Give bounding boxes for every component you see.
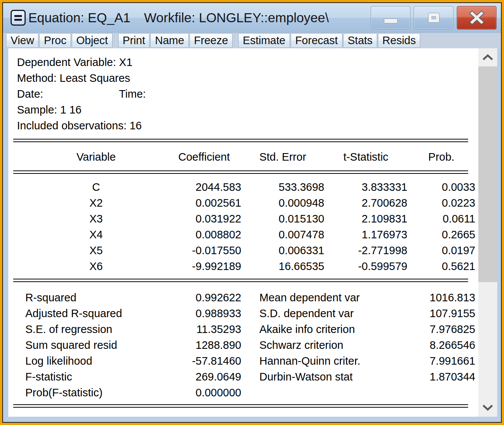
cell-std-error: 16.66535 — [241, 258, 324, 274]
toolbar-button-proc[interactable]: Proc — [39, 33, 71, 48]
title-workfile: Workfile: LONGLEY::employee\ — [144, 10, 329, 25]
scroll-down-button[interactable] — [478, 399, 497, 417]
close-button[interactable] — [457, 6, 496, 29]
summary-label-left: Adjusted R-squared — [25, 305, 146, 321]
summary-label-left: Log likelihood — [25, 353, 146, 369]
cell-coefficient: -9.992189 — [167, 258, 241, 274]
cell-std-error: 0.000948 — [241, 195, 324, 211]
toolbar-button-object[interactable]: Object — [72, 33, 113, 48]
cell-std-error: 533.3698 — [241, 179, 324, 195]
summary-label-left: Prob(F-statistic) — [25, 385, 146, 400]
summary-value-left: 11.35293 — [146, 321, 241, 337]
summary-value-left: 0.000000 — [146, 385, 241, 400]
date-label: Date: — [17, 86, 119, 102]
summary-value-right: 1016.813 — [388, 290, 475, 305]
content-area: Dependent Variable: X1 Method: Least Squ… — [8, 48, 497, 417]
toolbar-button-stats[interactable]: Stats — [343, 33, 377, 48]
menu-icon-bar — [14, 19, 22, 21]
summary-statistics: R-squared 0.992622 Mean dependent var 10… — [25, 290, 478, 400]
restore-icon — [428, 13, 439, 23]
time-label: Time: — [119, 86, 146, 102]
toolbar-separator — [235, 34, 236, 47]
method-line: Method: Least Squares — [8, 70, 478, 86]
observations-line: Included observations: 16 — [8, 118, 478, 133]
summary-label-right: S.D. dependent var — [241, 305, 388, 321]
summary-value-right: 7.976825 — [388, 321, 475, 337]
cell-prob: 0.2665 — [407, 227, 475, 242]
cell-t-statistic: 3.833331 — [324, 179, 407, 195]
double-rule — [13, 279, 468, 282]
toolbar-button-freeze[interactable]: Freeze — [190, 33, 233, 48]
dependent-variable-line: Dependent Variable: X1 — [8, 54, 478, 70]
toolbar-button-name[interactable]: Name — [150, 33, 188, 48]
regression-output: Dependent Variable: X1 Method: Least Squ… — [8, 48, 478, 417]
date-time-line: Date: Time: — [8, 86, 478, 102]
cell-variable: X2 — [25, 195, 167, 211]
cell-variable: X6 — [25, 258, 167, 274]
coef-table-header: Variable Coefficient Std. Error t-Statis… — [25, 149, 478, 165]
title-bar[interactable]: Equation: EQ_A1Workfile: LONGLEY::employ… — [3, 3, 501, 32]
cell-variable: X4 — [25, 227, 167, 242]
scrollbar-track[interactable] — [478, 282, 497, 399]
toolbar-button-resids[interactable]: Resids — [378, 33, 421, 48]
vertical-scrollbar[interactable] — [478, 48, 497, 417]
cell-prob: 0.5621 — [407, 258, 475, 274]
summary-value-left: -57.81460 — [146, 353, 241, 369]
minimize-button[interactable] — [371, 6, 410, 29]
cell-t-statistic: 2.109831 — [324, 211, 407, 227]
summary-label-right: Durbin-Watson stat — [241, 369, 388, 385]
toolbar-button-view[interactable]: View — [6, 33, 39, 48]
cell-prob: 0.0033 — [407, 179, 475, 195]
summary-value-left: 269.0649 — [146, 369, 241, 385]
window-frame: Equation: EQ_A1Workfile: LONGLEY::employ… — [2, 2, 502, 423]
toolbar-button-print[interactable]: Print — [118, 33, 150, 48]
cell-coefficient: 0.002561 — [167, 195, 241, 211]
minimize-icon — [384, 18, 398, 23]
restore-button[interactable] — [414, 6, 453, 29]
toolbar-button-forecast[interactable]: Forecast — [291, 33, 342, 48]
column-header-prob: Prob. — [407, 149, 475, 165]
title-equation: Equation: EQ_A1 — [28, 10, 130, 25]
restore-icon-hole — [432, 16, 436, 19]
close-icon — [467, 9, 486, 26]
column-header-variable: Variable — [25, 149, 167, 165]
content-area-frame: Dependent Variable: X1 Method: Least Squ… — [3, 48, 501, 422]
toolbar-button-estimate[interactable]: Estimate — [238, 33, 290, 48]
cell-std-error: 0.007478 — [241, 227, 324, 242]
chevron-down-icon — [482, 404, 493, 411]
double-rule — [13, 404, 468, 408]
summary-label-right: Hannan-Quinn criter. — [241, 353, 388, 369]
scrollbar-thumb[interactable] — [478, 66, 497, 282]
cell-t-statistic: -2.771998 — [324, 242, 407, 258]
cell-prob: 0.0611 — [407, 211, 475, 227]
cell-t-statistic: -0.599579 — [324, 258, 407, 274]
column-header-coefficient: Coefficient — [167, 149, 241, 165]
column-header-std-error: Std. Error — [241, 149, 324, 165]
sample-line: Sample: 1 16 — [8, 102, 478, 118]
cell-coefficient: 0.031922 — [167, 211, 241, 227]
column-header-t-statistic: t-Statistic — [324, 149, 407, 165]
summary-value-left: 0.988933 — [146, 305, 241, 321]
summary-label-left: R-squared — [25, 290, 146, 305]
cell-prob: 0.0223 — [407, 195, 475, 211]
summary-label-right: Mean dependent var — [241, 290, 388, 305]
summary-label-left: S.E. of regression — [25, 321, 146, 337]
cell-t-statistic: 1.176973 — [324, 227, 407, 242]
summary-value-left: 1288.890 — [146, 337, 241, 353]
summary-value-right: 1.870344 — [388, 369, 475, 385]
summary-value-right: 7.991661 — [388, 353, 475, 369]
double-rule — [13, 170, 468, 174]
summary-value-right: 8.266546 — [388, 337, 475, 353]
cell-prob: 0.0197 — [407, 242, 475, 258]
equation-menu-icon[interactable] — [11, 10, 26, 26]
cell-coefficient: 2044.583 — [167, 179, 241, 195]
cell-variable: X3 — [25, 211, 167, 227]
toolbar-separator — [115, 34, 116, 47]
summary-label-right: Akaike info criterion — [241, 321, 388, 337]
scroll-up-button[interactable] — [478, 48, 497, 66]
summary-value-right: 107.9155 — [388, 305, 475, 321]
equation-window: Equation: EQ_A1Workfile: LONGLEY::employ… — [0, 0, 504, 425]
summary-empty — [388, 385, 475, 400]
chevron-up-icon — [482, 54, 493, 61]
cell-coefficient: -0.017550 — [167, 242, 241, 258]
